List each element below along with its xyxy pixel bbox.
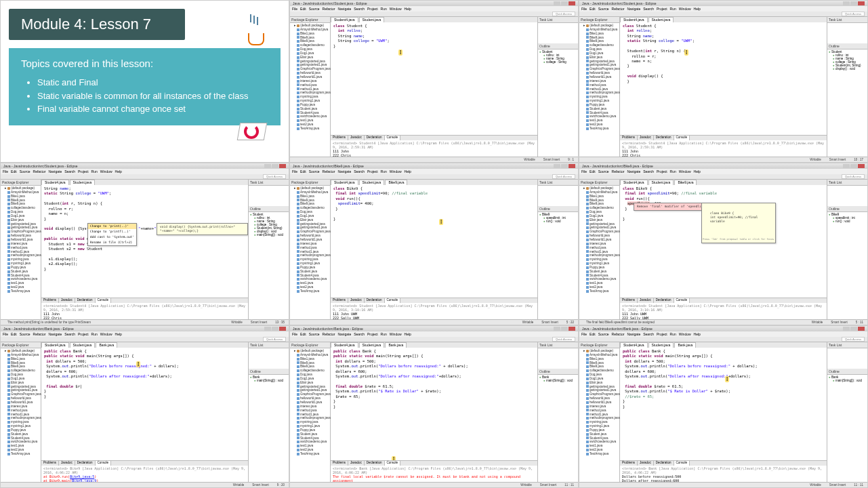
editor-tab[interactable]: Student.java <box>359 342 385 348</box>
bottom-tab-declaration[interactable]: Declaration <box>365 136 385 140</box>
menu-run[interactable]: Run <box>670 169 676 174</box>
menu-project[interactable]: Project <box>367 332 378 336</box>
editor-tab[interactable]: Bank.java <box>385 342 407 348</box>
tree-pkg[interactable]: ▸ (default package) <box>291 24 329 28</box>
menu-help[interactable]: Help <box>694 169 701 174</box>
menu-source[interactable]: Source <box>309 7 320 11</box>
bottom-tab-console[interactable]: Console <box>96 298 112 303</box>
menu-window[interactable]: Window <box>390 169 402 174</box>
menu-edit[interactable]: Edit <box>300 332 306 336</box>
tree-file[interactable]: ArraysInMethod.java <box>291 28 329 32</box>
quick-access[interactable]: Quick Access <box>842 174 865 179</box>
menu-source[interactable]: Source <box>598 7 609 11</box>
menu-help[interactable]: Help <box>405 332 411 336</box>
bottom-tab-console[interactable]: Console <box>385 461 401 466</box>
code-editor[interactable]: public class Bank {public static void ma… <box>331 348 537 460</box>
menu-refactor[interactable]: Refactor <box>612 332 625 336</box>
menu-source[interactable]: Source <box>20 332 30 336</box>
quick-access[interactable]: Quick Access <box>842 12 865 16</box>
menu-file[interactable]: File <box>3 332 8 336</box>
code-editor[interactable]: public class Bank {public static void ma… <box>620 348 827 460</box>
menu-file[interactable]: File <box>292 7 297 11</box>
quick-access[interactable]: Quick Access <box>842 337 865 342</box>
bottom-tab-javadoc[interactable]: Javadoc <box>348 136 365 140</box>
bottom-tab-problems[interactable]: Problems <box>620 461 638 466</box>
editor-tab[interactable]: Student4.java <box>620 17 648 22</box>
menu-help[interactable]: Help <box>405 169 411 174</box>
menu-run[interactable]: Run <box>670 7 676 11</box>
maximize-button[interactable] <box>272 164 278 168</box>
menu-refactor[interactable]: Refactor <box>323 7 335 11</box>
tree-pkg[interactable]: ▸ (default package) <box>581 349 618 353</box>
menu-edit[interactable]: Edit <box>11 169 17 174</box>
outline-item[interactable]: ● run() : void <box>829 220 866 223</box>
minimize-button[interactable] <box>843 164 850 168</box>
close-button[interactable] <box>858 327 865 331</box>
close-button[interactable] <box>279 327 286 331</box>
minimize-button[interactable] <box>264 164 271 168</box>
outline-view[interactable]: ● Bike9● speedlimit : int● run() : void <box>827 212 867 319</box>
outline-item[interactable]: ● display() : void <box>829 67 866 70</box>
editor-tab[interactable]: Bank.java <box>674 342 696 348</box>
bottom-tab-declaration[interactable]: Declaration <box>365 461 385 466</box>
bottom-tab-console[interactable]: Console <box>385 298 401 303</box>
editor-tab[interactable]: Student.java <box>648 342 674 348</box>
menu-navigate[interactable]: Navigate <box>627 332 640 336</box>
menu-run[interactable]: Run <box>381 169 387 174</box>
close-button[interactable] <box>569 1 575 5</box>
bottom-tab-declaration[interactable]: Declaration <box>654 461 674 466</box>
bottom-tab-declaration[interactable]: Declaration <box>75 298 96 303</box>
menu-run[interactable]: Run <box>91 332 98 336</box>
bottom-tab-console[interactable]: Console <box>674 461 690 466</box>
menu-help[interactable]: Help <box>115 332 122 336</box>
tree-file[interactable]: TestArray.java <box>291 452 329 456</box>
console-output[interactable]: <terminated> Bike9 [Java Application] C:… <box>41 466 248 482</box>
outline-view[interactable]: ● Bike9● speedlimit : int● run() : void <box>538 212 578 319</box>
outline-item[interactable]: ● run() : void <box>539 220 577 223</box>
menu-search[interactable]: Search <box>64 169 75 174</box>
editor-tab[interactable]: Student4.java <box>620 180 648 185</box>
editor-tab[interactable]: Student.java <box>359 180 385 185</box>
menu-window[interactable]: Window <box>390 7 402 11</box>
maximize-button[interactable] <box>272 327 278 331</box>
editor-tab[interactable]: Student.java <box>648 180 674 185</box>
minimize-button[interactable] <box>843 327 850 331</box>
bottom-tab-problems[interactable]: Problems <box>620 136 638 140</box>
package-explorer[interactable]: Package Explorer▸ (default package)Array… <box>1 180 41 319</box>
quick-access[interactable]: Quick Access <box>263 174 286 179</box>
maximize-button[interactable] <box>561 327 568 331</box>
maximize-button[interactable] <box>561 1 568 5</box>
bottom-tab-javadoc[interactable]: Javadoc <box>59 298 75 303</box>
menu-help[interactable]: Help <box>694 332 701 336</box>
tree-file[interactable]: ArraysInMethod.java <box>581 190 618 195</box>
bottom-tab-javadoc[interactable]: Javadoc <box>59 461 75 466</box>
tree-file[interactable]: TestArray.java <box>2 289 39 293</box>
bottom-tab-declaration[interactable]: Declaration <box>654 136 674 140</box>
menu-search[interactable]: Search <box>64 332 75 336</box>
bottom-tab-problems[interactable]: Problems <box>41 298 59 303</box>
close-button[interactable] <box>569 327 575 331</box>
package-explorer[interactable]: Package Explorer▸ (default package)Array… <box>290 342 331 482</box>
menu-file[interactable]: File <box>292 332 297 336</box>
editor-tab[interactable]: Student.java <box>359 17 385 22</box>
close-button[interactable] <box>858 164 865 168</box>
console-output[interactable]: <terminated> Bank [Java Application] C:\… <box>620 466 827 482</box>
minimize-button[interactable] <box>264 327 271 331</box>
menu-help[interactable]: Help <box>694 7 701 11</box>
bottom-tab-javadoc[interactable]: Javadoc <box>638 136 654 140</box>
menu-edit[interactable]: Edit <box>300 7 306 11</box>
menu-refactor[interactable]: Refactor <box>33 332 46 336</box>
menu-project[interactable]: Project <box>78 332 89 336</box>
code-editor[interactable]: public class Bank {public static void ma… <box>41 348 248 460</box>
autocomplete-popup[interactable]: Change to 'print(..)'Change to 'printf(.… <box>87 223 137 246</box>
outline-view[interactable]: ● Student● rollno : int● name : String● … <box>827 49 867 157</box>
code-editor[interactable]: class Student { int rollno; String name;… <box>331 22 537 135</box>
bottom-tab-problems[interactable]: Problems <box>41 461 59 466</box>
menu-edit[interactable]: Edit <box>590 169 596 174</box>
console-output[interactable]: <terminated> Student4 [Java Application]… <box>620 140 827 157</box>
bottom-tab-problems[interactable]: Problems <box>331 298 348 303</box>
autocomplete-item[interactable]: Change to 'printf(..)' <box>88 229 136 235</box>
menu-edit[interactable]: Edit <box>590 332 596 336</box>
menu-file[interactable]: File <box>581 7 587 11</box>
menu-run[interactable]: Run <box>381 7 387 11</box>
